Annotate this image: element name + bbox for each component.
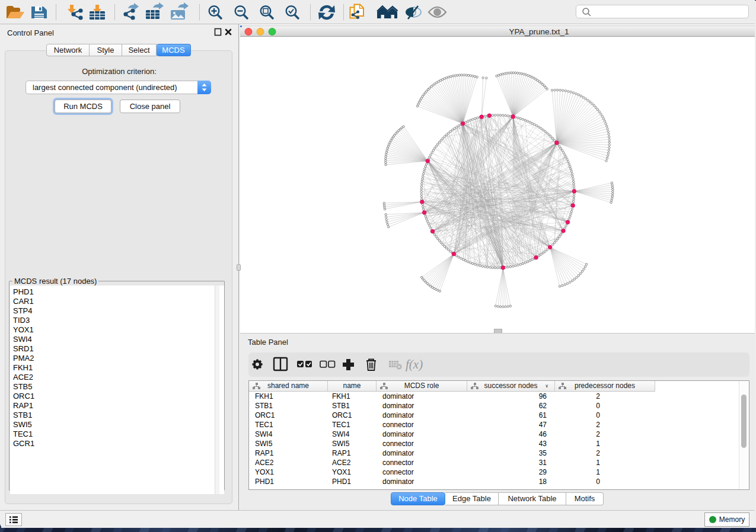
svg-text:f(x): f(x) bbox=[406, 357, 423, 371]
